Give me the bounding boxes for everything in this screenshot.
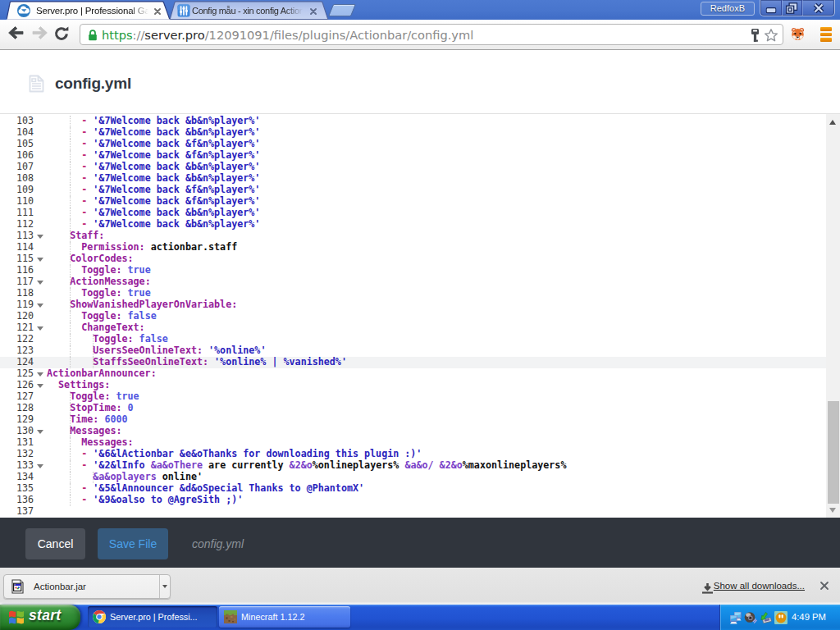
fold-arrow-icon[interactable] bbox=[36, 426, 47, 437]
fold-arrow-icon[interactable] bbox=[36, 460, 47, 472]
key-icon[interactable] bbox=[751, 28, 760, 46]
fold-arrow-icon[interactable] bbox=[36, 380, 47, 391]
scrollbar-down-arrow-icon[interactable] bbox=[829, 508, 836, 513]
fold-arrow-icon[interactable] bbox=[36, 253, 47, 265]
fold-arrow-icon[interactable] bbox=[36, 368, 47, 380]
line-number: 137 bbox=[0, 505, 34, 517]
fox-extension-icon[interactable] bbox=[791, 27, 805, 41]
reload-button[interactable] bbox=[52, 22, 71, 47]
code-line[interactable]: 125ActionbarAnnouncer: bbox=[0, 368, 826, 380]
code-text: - '&7Welcome back &b&n%player%' bbox=[47, 172, 260, 184]
new-tab-button[interactable] bbox=[328, 4, 356, 16]
scrollbar-thumb[interactable] bbox=[828, 401, 839, 504]
code-text: - '&7Welcome back &b&n%player%' bbox=[47, 115, 260, 126]
line-number: 121 bbox=[0, 322, 34, 333]
screen: Server.pro | Professional Gam bbox=[0, 0, 840, 630]
bookmark-star-icon[interactable] bbox=[764, 28, 778, 46]
url-separator: :// bbox=[133, 28, 145, 42]
download-item[interactable]: Actionbar.jar bbox=[3, 574, 171, 599]
footer-filename: config.yml bbox=[192, 537, 244, 550]
save-file-button[interactable]: Save File bbox=[98, 528, 168, 559]
code-text: - '&7Welcome back &b&n%player%' bbox=[47, 207, 260, 218]
restore-button[interactable] bbox=[781, 0, 801, 16]
fold-gutter bbox=[36, 311, 47, 322]
fold-gutter bbox=[36, 150, 47, 162]
tab-close-icon[interactable] bbox=[152, 6, 163, 17]
fold-gutter bbox=[36, 334, 47, 345]
chrome-menu-icon[interactable] bbox=[820, 26, 832, 43]
line-number: 103 bbox=[0, 115, 34, 126]
tab-close-icon[interactable] bbox=[308, 6, 319, 17]
fold-arrow-icon[interactable] bbox=[36, 299, 47, 311]
code-text: - '&5&lAnnouncer &d&oSpecial Thanks to @… bbox=[47, 482, 364, 494]
downloads-close-icon[interactable] bbox=[819, 580, 830, 591]
volume-tray-icon[interactable] bbox=[744, 611, 756, 623]
line-number: 135 bbox=[0, 482, 34, 494]
fold-gutter bbox=[36, 288, 47, 299]
safely-remove-tray-icon[interactable] bbox=[759, 611, 771, 623]
unikey-tray-icon[interactable] bbox=[774, 611, 787, 623]
line-number: 125 bbox=[0, 368, 34, 379]
code-text: - '&7Welcome back &f&n%player%' bbox=[47, 138, 260, 149]
window-controls bbox=[760, 0, 835, 16]
code-text: ShowVanishedPlayerOnVariable: bbox=[47, 299, 237, 310]
url-path: /12091091/files/plugins/Actionbar/config… bbox=[205, 28, 474, 42]
forward-button[interactable] bbox=[30, 22, 49, 47]
line-number: 131 bbox=[0, 436, 34, 448]
code-line[interactable]: 112 - '&7Welcome back &b&n%player%' bbox=[0, 219, 826, 231]
fold-arrow-icon[interactable] bbox=[36, 231, 47, 242]
line-number: 112 bbox=[0, 218, 34, 230]
minimize-button[interactable] bbox=[760, 0, 781, 16]
code-text: &a&oplayers online' bbox=[47, 471, 203, 482]
file-document-icon bbox=[29, 75, 44, 96]
code-editor[interactable]: 103 - '&7Welcome back &b&n%player%'104 -… bbox=[0, 114, 840, 518]
chrome-icon bbox=[93, 610, 106, 623]
code-text: - '&7Welcome back &b&n%player%' bbox=[47, 218, 260, 230]
fold-gutter bbox=[36, 437, 47, 449]
line-number: 123 bbox=[0, 345, 34, 356]
code-text: Time: 6000 bbox=[47, 413, 128, 425]
line-number: 113 bbox=[0, 230, 34, 241]
fold-gutter bbox=[36, 127, 47, 139]
line-number: 120 bbox=[0, 310, 34, 322]
tab-serverpro[interactable]: Server.pro | Professional Gam bbox=[7, 1, 170, 20]
cancel-button[interactable]: Cancel bbox=[25, 528, 85, 559]
line-number: 122 bbox=[0, 333, 34, 345]
url-text[interactable]: https://server.pro/12091091/files/plugin… bbox=[102, 28, 473, 42]
taskbar-button-serverpro[interactable]: Server.pro | Professi... bbox=[88, 606, 217, 628]
start-button[interactable]: start bbox=[0, 605, 80, 630]
code-line[interactable]: 129 Time: 6000 bbox=[0, 414, 826, 426]
line-number: 105 bbox=[0, 138, 34, 149]
editor-lines: 103 - '&7Welcome back &b&n%player%'104 -… bbox=[0, 116, 826, 518]
network-tray-icon[interactable] bbox=[729, 611, 742, 623]
tab-config-forum[interactable]: Config mẫu - xin config Action bbox=[170, 1, 330, 20]
fold-gutter bbox=[36, 162, 47, 173]
download-item-menu[interactable] bbox=[159, 575, 170, 598]
https-padlock-icon[interactable] bbox=[88, 30, 98, 44]
scrollbar-up-arrow-icon[interactable] bbox=[829, 120, 836, 125]
taskbar-button-minecraft[interactable]: Minecraft 1.12.2 bbox=[219, 606, 350, 628]
code-line[interactable]: 137 bbox=[0, 506, 826, 518]
close-button[interactable] bbox=[801, 0, 834, 16]
taskbar: start Server.pro | Professi... bbox=[0, 605, 840, 630]
editor-scrollbar[interactable] bbox=[826, 114, 840, 518]
fold-gutter bbox=[36, 196, 47, 208]
jar-file-icon bbox=[11, 579, 24, 597]
fold-arrow-icon[interactable] bbox=[36, 322, 47, 334]
profile-button[interactable]: RedfoxB bbox=[701, 2, 755, 16]
back-button[interactable] bbox=[6, 22, 25, 47]
code-text: Toggle: false bbox=[47, 333, 168, 345]
address-bar[interactable]: https://server.pro/12091091/files/plugin… bbox=[80, 24, 783, 45]
code-text: Messages: bbox=[47, 425, 122, 436]
code-text: Toggle: false bbox=[47, 310, 157, 322]
code-text: - '&7Welcome back &f&n%player%' bbox=[47, 184, 260, 195]
code-text: - '&7Welcome back &b&n%player%' bbox=[47, 126, 260, 138]
fold-gutter bbox=[36, 449, 47, 460]
taskbar-clock[interactable]: 4:49 PM bbox=[792, 612, 826, 622]
fold-arrow-icon[interactable] bbox=[36, 276, 47, 288]
code-text: Staff: bbox=[47, 230, 104, 241]
show-all-downloads-link[interactable]: Show all downloads... bbox=[714, 581, 805, 591]
code-line[interactable]: 136 - '&9&oalso to @AgreSith ;)' bbox=[0, 495, 826, 506]
fold-gutter bbox=[36, 185, 47, 196]
line-number: 132 bbox=[0, 448, 34, 459]
